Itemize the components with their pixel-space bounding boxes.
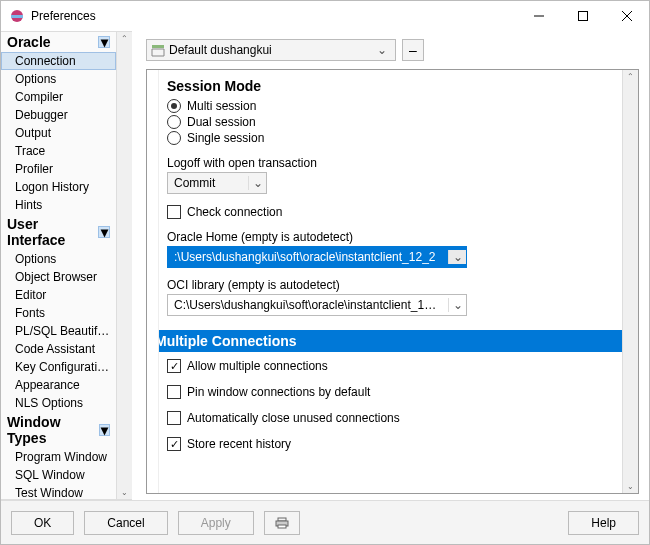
- oci-library-select[interactable]: C:\Users\dushangkui\soft\oracle\instantc…: [167, 294, 467, 316]
- app-icon: [9, 8, 25, 24]
- session-mode-title: Session Mode: [167, 78, 614, 94]
- tree-item-nls-options[interactable]: NLS Options: [1, 394, 116, 412]
- tree-item-pl-sql-beautifier[interactable]: PL/SQL Beautifier: [1, 322, 116, 340]
- oracle-home-value: :\Users\dushangkui\soft\oracle\instantcl…: [168, 250, 448, 264]
- print-button[interactable]: [264, 511, 300, 535]
- auto-close-label: Automatically close unused connections: [187, 411, 400, 425]
- svg-rect-3: [579, 12, 588, 21]
- oci-library-label: OCI library (empty is autodetect): [167, 278, 614, 292]
- window-title: Preferences: [31, 9, 517, 23]
- session-mode-option: Dual session: [187, 115, 256, 129]
- store-history-checkbox[interactable]: [167, 437, 181, 451]
- tree-header-window-types[interactable]: Window Types▾: [1, 412, 116, 448]
- tree-item-options[interactable]: Options: [1, 70, 116, 88]
- tree-item-output[interactable]: Output: [1, 124, 116, 142]
- print-icon: [275, 516, 289, 530]
- session-mode-radio[interactable]: [167, 99, 181, 113]
- footer: OK Cancel Apply Help: [1, 500, 649, 544]
- apply-button[interactable]: Apply: [178, 511, 254, 535]
- maximize-button[interactable]: [561, 1, 605, 31]
- tree-item-appearance[interactable]: Appearance: [1, 376, 116, 394]
- preset-icon: [151, 43, 165, 57]
- logoff-value: Commit: [168, 176, 248, 190]
- help-button[interactable]: Help: [568, 511, 639, 535]
- panel-gutter: [147, 70, 159, 493]
- check-connection-label: Check connection: [187, 205, 282, 219]
- panel-scrollbar[interactable]: ⌃⌄: [622, 70, 638, 493]
- sidebar: Oracle▾ConnectionOptionsCompilerDebugger…: [1, 31, 132, 500]
- tree-item-trace[interactable]: Trace: [1, 142, 116, 160]
- sidebar-scrollbar[interactable]: ⌃⌄: [116, 32, 132, 499]
- auto-close-checkbox[interactable]: [167, 411, 181, 425]
- multiple-connections-header: Multiple Connections: [159, 330, 622, 352]
- ok-button[interactable]: OK: [11, 511, 74, 535]
- tree-item-fonts[interactable]: Fonts: [1, 304, 116, 322]
- tree-item-object-browser[interactable]: Object Browser: [1, 268, 116, 286]
- oci-library-value: C:\Users\dushangkui\soft\oracle\instantc…: [168, 298, 448, 312]
- tree-header-oracle[interactable]: Oracle▾: [1, 32, 116, 52]
- tree-item-editor[interactable]: Editor: [1, 286, 116, 304]
- settings-panel: Session Mode Multi sessionDual sessionSi…: [159, 70, 622, 493]
- logoff-label: Logoff with open transaction: [167, 156, 614, 170]
- tree-header-user-interface[interactable]: User Interface▾: [1, 214, 116, 250]
- chevron-down-icon: ⌄: [448, 250, 466, 264]
- store-history-label: Store recent history: [187, 437, 291, 451]
- tree-item-test-window[interactable]: Test Window: [1, 484, 116, 499]
- pin-window-checkbox[interactable]: [167, 385, 181, 399]
- chevron-down-icon: ⌄: [248, 176, 266, 190]
- preset-dropdown[interactable]: Default dushangkui ⌄: [146, 39, 396, 61]
- tree-item-code-assistant[interactable]: Code Assistant: [1, 340, 116, 358]
- svg-rect-8: [278, 525, 286, 528]
- session-mode-option: Single session: [187, 131, 264, 145]
- svg-rect-1: [11, 15, 23, 18]
- titlebar: Preferences: [1, 1, 649, 31]
- tree-item-connection[interactable]: Connection: [1, 52, 116, 70]
- oracle-home-label: Oracle Home (empty is autodetect): [167, 230, 614, 244]
- tree-item-options[interactable]: Options: [1, 250, 116, 268]
- tree-item-sql-window[interactable]: SQL Window: [1, 466, 116, 484]
- check-connection-checkbox[interactable]: [167, 205, 181, 219]
- tree-item-compiler[interactable]: Compiler: [1, 88, 116, 106]
- session-mode-option: Multi session: [187, 99, 256, 113]
- preset-reset-button[interactable]: –: [402, 39, 424, 61]
- session-mode-radio[interactable]: [167, 131, 181, 145]
- oracle-home-select[interactable]: :\Users\dushangkui\soft\oracle\instantcl…: [167, 246, 467, 268]
- expand-icon: ▾: [98, 36, 110, 48]
- logoff-select[interactable]: Commit ⌄: [167, 172, 267, 194]
- minimize-button[interactable]: [517, 1, 561, 31]
- chevron-down-icon: ⌄: [373, 43, 391, 57]
- tree-item-hints[interactable]: Hints: [1, 196, 116, 214]
- tree-item-key-configuration[interactable]: Key Configuration: [1, 358, 116, 376]
- allow-multiple-checkbox[interactable]: [167, 359, 181, 373]
- tree-item-debugger[interactable]: Debugger: [1, 106, 116, 124]
- allow-multiple-label: Allow multiple connections: [187, 359, 328, 373]
- expand-icon: ▾: [99, 424, 110, 436]
- chevron-down-icon: ⌄: [448, 298, 466, 312]
- pin-window-label: Pin window connections by default: [187, 385, 370, 399]
- preset-value: Default dushangkui: [169, 43, 373, 57]
- tree-item-profiler[interactable]: Profiler: [1, 160, 116, 178]
- tree-item-logon-history[interactable]: Logon History: [1, 178, 116, 196]
- close-button[interactable]: [605, 1, 649, 31]
- expand-icon: ▾: [98, 226, 110, 238]
- session-mode-radio[interactable]: [167, 115, 181, 129]
- cancel-button[interactable]: Cancel: [84, 511, 167, 535]
- tree-item-program-window[interactable]: Program Window: [1, 448, 116, 466]
